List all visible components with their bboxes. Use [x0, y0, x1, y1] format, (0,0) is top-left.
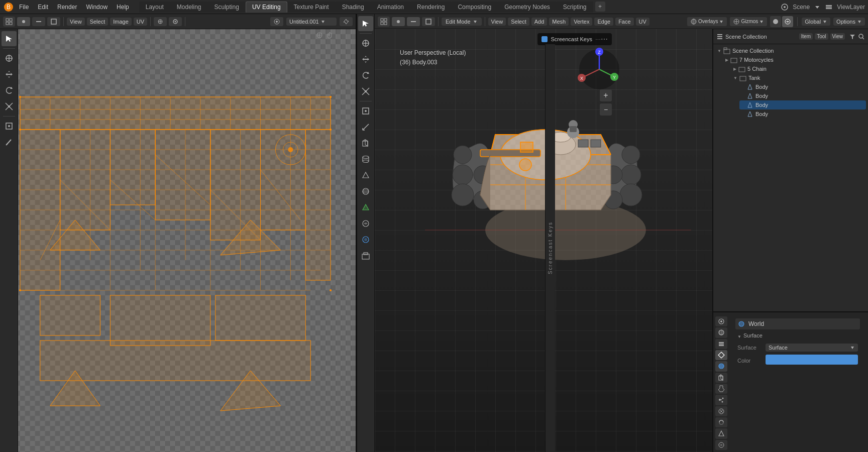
material-shading-btn[interactable]: [782, 16, 793, 27]
viewport-uv-menu[interactable]: UV: [636, 18, 649, 26]
color-preview-swatch[interactable]: [766, 355, 858, 365]
viewport-add-cone[interactable]: [358, 168, 373, 183]
uv-snap-icon[interactable]: [169, 17, 182, 26]
viewport-editor-type-icon[interactable]: [378, 17, 390, 27]
tree-5-chain[interactable]: ▶ 5 Chain: [731, 64, 866, 73]
menu-window[interactable]: Window: [82, 3, 112, 12]
menu-render[interactable]: Render: [53, 3, 81, 12]
viewport-add-world[interactable]: [358, 232, 373, 247]
3d-select-vertex[interactable]: [392, 17, 405, 26]
surface-type-dropdown[interactable]: Surface: [766, 344, 858, 352]
tab-geometry-nodes[interactable]: Geometry Nodes: [498, 2, 557, 13]
viewport-view-menu[interactable]: View: [488, 18, 506, 26]
tab-texture-paint[interactable]: Texture Paint: [287, 2, 336, 13]
viewport-mesh-menu[interactable]: Mesh: [549, 18, 569, 26]
uv-image-pin[interactable]: [340, 17, 353, 26]
options-dropdown[interactable]: Options: [833, 18, 865, 26]
uv-pin-view-icon[interactable]: [315, 31, 323, 41]
props-tab-modifier[interactable]: [715, 384, 727, 394]
uv-tool-move[interactable]: [2, 67, 17, 82]
world-header[interactable]: World: [735, 318, 860, 329]
tree-tank[interactable]: ▼ Tank: [731, 73, 866, 82]
uv-tool-annotate[interactable]: [2, 135, 17, 150]
viewport-face-menu[interactable]: Face: [615, 18, 633, 26]
mode-dropdown[interactable]: Edit Mode: [442, 18, 482, 26]
props-tab-object-data[interactable]: [715, 428, 727, 438]
surface-collapse-arrow[interactable]: ▼: [737, 334, 741, 339]
view-tab[interactable]: View: [830, 33, 845, 40]
viewport-add-mesh[interactable]: [358, 200, 373, 215]
tab-uv-editing[interactable]: UV Editing: [246, 2, 287, 13]
uv-select-mode-face[interactable]: [47, 17, 60, 26]
viewport-add-cube[interactable]: [358, 136, 373, 151]
uv-pivot-icon[interactable]: [154, 17, 167, 26]
props-tab-world[interactable]: [715, 361, 727, 371]
solid-shading-btn[interactable]: [770, 16, 781, 27]
tab-modeling[interactable]: Modeling: [170, 2, 208, 13]
transform-space-dropdown[interactable]: Global: [802, 18, 830, 26]
viewport-add-uvsphere[interactable]: [358, 184, 373, 199]
uv-editor-type-icon[interactable]: [3, 17, 15, 27]
props-tab-output[interactable]: [715, 327, 727, 337]
uv-tool-cursor[interactable]: [2, 51, 17, 66]
props-tab-physics[interactable]: [715, 406, 727, 416]
uv-tool-select[interactable]: [2, 31, 17, 46]
3d-select-edge[interactable]: [407, 17, 420, 26]
props-tab-render[interactable]: [715, 316, 727, 326]
viewport-measure-tool[interactable]: [358, 120, 373, 135]
props-tab-view-layer[interactable]: [715, 339, 727, 349]
viewport-cursor-3d[interactable]: [358, 36, 373, 51]
tab-animation[interactable]: Animation: [371, 2, 410, 13]
uv-uv-menu[interactable]: UV: [134, 18, 147, 26]
viewport-vertex-menu[interactable]: Vertex: [571, 18, 592, 26]
tree-body-1[interactable]: ▶ Body: [739, 82, 866, 91]
props-tab-constraint[interactable]: [715, 417, 727, 427]
tab-layout[interactable]: Layout: [139, 2, 170, 13]
screencast-keys-checkbox[interactable]: [541, 36, 548, 42]
uv-tool-rotate[interactable]: [2, 83, 17, 98]
outliner-search-icon[interactable]: [858, 33, 865, 40]
uv-tool-scale[interactable]: [2, 99, 17, 114]
zoom-out-btn[interactable]: −: [600, 103, 612, 116]
props-tab-object[interactable]: [715, 373, 727, 383]
tab-sculpting[interactable]: Sculpting: [208, 2, 246, 13]
menu-help[interactable]: Help: [113, 3, 133, 12]
menu-edit[interactable]: Edit: [34, 3, 52, 12]
viewport-cursor-tool[interactable]: [358, 16, 373, 31]
uv-image-menu[interactable]: Image: [110, 18, 132, 26]
viewport-add-material[interactable]: [358, 216, 373, 231]
uv-image-selector[interactable]: Untitled.001: [286, 18, 337, 26]
props-tab-scene[interactable]: [715, 350, 727, 360]
tab-rendering[interactable]: Rendering: [410, 2, 451, 13]
outliner-filter-icon[interactable]: [849, 33, 856, 40]
tree-body-3[interactable]: ▶ Body: [739, 100, 866, 109]
viewport-axis-gizmo[interactable]: Z Y X: [577, 47, 622, 92]
item-tab[interactable]: Item: [799, 33, 813, 40]
viewport-gizmo-btn[interactable]: Gizmos: [730, 17, 767, 26]
tool-tab[interactable]: Tool: [815, 33, 828, 40]
tree-body-2[interactable]: ▶ Body: [739, 91, 866, 100]
viewport-transform-tool[interactable]: [358, 103, 373, 119]
uv-proportional-icon[interactable]: [270, 17, 283, 26]
uv-select-menu[interactable]: Select: [87, 18, 108, 26]
viewport-select-menu[interactable]: Select: [508, 18, 529, 26]
tree-root-scene-collection[interactable]: ▼ Scene Collection: [715, 46, 866, 55]
viewport-add-collection[interactable]: [358, 248, 373, 263]
tab-compositing[interactable]: Compositing: [451, 2, 498, 13]
3d-select-face[interactable]: [422, 17, 435, 26]
props-tab-material[interactable]: [715, 440, 727, 450]
viewport-overlay-btn[interactable]: Overlays: [687, 17, 727, 26]
tab-scripting[interactable]: Scripting: [557, 2, 593, 13]
viewport-add-menu[interactable]: Add: [531, 18, 548, 26]
screencast-keys-dots[interactable]: ⋯: [595, 35, 608, 43]
props-tab-particles[interactable]: [715, 395, 727, 405]
uv-hand-icon[interactable]: [325, 31, 334, 41]
uv-select-mode-edge[interactable]: [32, 17, 45, 26]
viewport-move-tool[interactable]: [358, 52, 373, 67]
viewport-scale-tool[interactable]: [358, 84, 373, 99]
blender-logo[interactable]: B: [3, 2, 14, 13]
viewport-rotate-tool[interactable]: [358, 68, 373, 83]
tree-body-4[interactable]: ▶ Body: [739, 109, 866, 119]
menu-file[interactable]: File: [15, 3, 33, 12]
tab-shading[interactable]: Shading: [336, 2, 371, 13]
